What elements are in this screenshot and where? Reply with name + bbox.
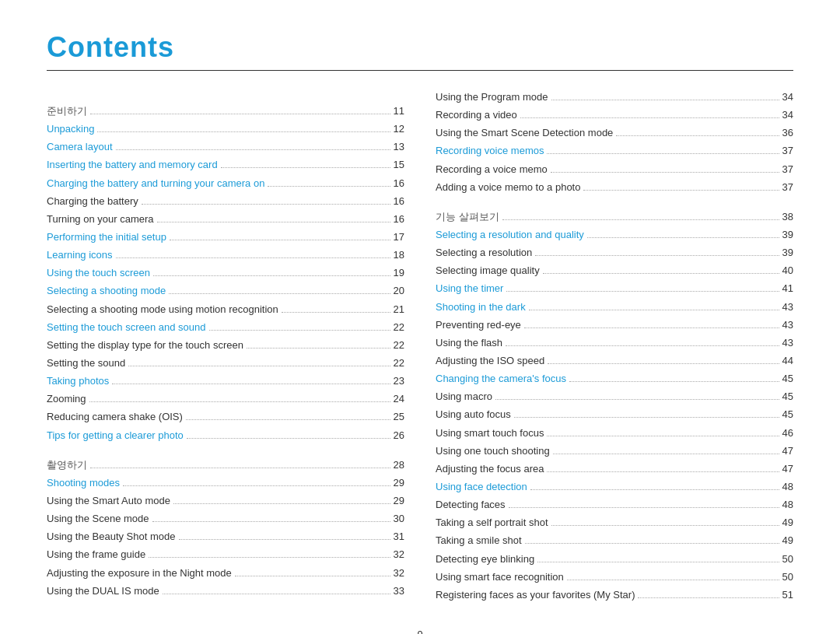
toc-entry-text: Taking photos [47, 373, 109, 389]
toc-entry-text: Learning icons [47, 247, 113, 263]
toc-page-number: 22 [394, 338, 404, 353]
toc-entry-text: Recording a voice memo [436, 162, 548, 177]
toc-page-number: 49 [782, 515, 793, 531]
toc-page-number: 19 [394, 265, 404, 281]
toc-page-number: 50 [782, 569, 793, 585]
toc-entry: Using smart touch focus46 [436, 426, 793, 441]
toc-dots [524, 328, 779, 328]
toc-entry-text: Adjusting the focus area [436, 461, 544, 477]
toc-entry-text: 기능 살펴보기 [436, 209, 499, 225]
toc-dots [547, 436, 779, 436]
page-title: Contents [47, 31, 793, 64]
toc-entry-text: Adding a voice memo to a photo [436, 180, 580, 195]
toc-entry-text: Using face detection [436, 479, 527, 495]
toc-entry-text: Using auto focus [436, 407, 511, 422]
toc-dots [638, 597, 779, 598]
toc-dots [153, 275, 390, 276]
toc-entry: Selecting a shooting mode20 [47, 283, 404, 299]
toc-page-number: 47 [782, 461, 793, 477]
toc-entry: Adjusting the exposure in the Night mode… [47, 566, 404, 581]
toc-page-number: 20 [394, 283, 404, 299]
toc-entry: Inserting the battery and memory card15 [47, 157, 404, 173]
toc-dots [157, 222, 390, 222]
toc-dots [495, 399, 779, 400]
toc-dots [163, 594, 390, 594]
toc-entry: 촬영하기28 [47, 457, 404, 473]
toc-dots [97, 131, 390, 132]
toc-entry-text: Using macro [436, 389, 492, 405]
toc-dots [128, 366, 390, 366]
toc-dots [152, 521, 390, 522]
toc-entry-text: Changing the camera's focus [436, 371, 566, 387]
toc-entry: Turning on your camera16 [47, 212, 404, 227]
toc-page-number: 34 [782, 89, 793, 105]
toc-entry: Using the timer41 [436, 281, 793, 296]
left-column: 준비하기11Unpacking12Camera layout13Insertin… [47, 89, 404, 605]
toc-entry: Taking photos23 [47, 373, 404, 389]
toc-entry-text: Adjusting the ISO speed [436, 353, 544, 369]
toc-entry: Recording voice memos37 [436, 143, 793, 159]
toc-entry: Selecting a shooting mode using motion r… [47, 302, 404, 317]
toc-entry-text: Charging the battery and turning your ca… [47, 176, 264, 191]
toc-page-number: 16 [394, 194, 404, 209]
toc-entry: Selecting image quality40 [436, 263, 793, 278]
toc-entry-text: Using the touch screen [47, 265, 150, 281]
toc-dots [506, 345, 779, 346]
toc-entry: Unpacking12 [47, 121, 404, 137]
toc-dots [547, 153, 779, 154]
toc-dots [551, 100, 779, 100]
toc-entry: 준비하기11 [47, 103, 404, 119]
toc-page-number: 43 [782, 317, 793, 333]
toc-page-number: 45 [782, 389, 793, 405]
toc-entry-text: Using the Smart Auto mode [47, 493, 170, 509]
toc-entry-text: Setting the display type for the touch s… [47, 338, 243, 353]
toc-entry: Setting the sound22 [47, 356, 404, 371]
toc-entry: Learning icons18 [47, 247, 404, 263]
right-column: Using the Program mode34Recording a vide… [436, 89, 793, 605]
toc-entry-text: Using one touch shooting [436, 443, 550, 459]
toc-entry: Taking a self portrait shot49 [436, 515, 793, 531]
toc-dots [282, 312, 390, 313]
toc-dots [514, 417, 779, 418]
toc-page-number: 22 [394, 320, 404, 335]
toc-dots [530, 489, 779, 490]
toc-page-number: 28 [394, 457, 404, 473]
toc-entry: Preventing red-eye43 [436, 317, 793, 333]
toc-columns: 준비하기11Unpacking12Camera layout13Insertin… [47, 89, 793, 605]
toc-entry: Using macro45 [436, 389, 793, 405]
toc-entry: Adjusting the focus area47 [436, 461, 793, 477]
toc-entry: Using one touch shooting47 [436, 443, 793, 459]
toc-entry: Detecting eye blinking50 [436, 552, 793, 567]
toc-entry-text: Detecting faces [436, 497, 506, 513]
toc-page-number: 29 [394, 493, 404, 509]
toc-entry: Setting the touch screen and sound22 [47, 320, 404, 335]
toc-entry-text: Selecting a shooting mode using motion r… [47, 302, 278, 317]
toc-page-number: 45 [782, 371, 793, 387]
toc-entry: Camera layout13 [47, 139, 404, 155]
toc-page-number: 39 [782, 245, 793, 261]
toc-dots [583, 190, 779, 191]
toc-dots [170, 240, 390, 240]
toc-entry: Using the DUAL IS mode33 [47, 583, 404, 599]
toc-page-number: 43 [782, 299, 793, 315]
toc-dots [187, 438, 390, 439]
toc-entry: Using the touch screen19 [47, 265, 404, 281]
toc-entry-text: Recording voice memos [436, 143, 544, 159]
toc-dots [569, 381, 779, 382]
toc-entry: Charging the battery and turning your ca… [47, 176, 404, 191]
toc-entry-text: Using the Beauty Shot mode [47, 529, 176, 545]
toc-entry: Using the Smart Scene Detection mode36 [436, 125, 793, 141]
toc-entry-text: Using the timer [436, 281, 503, 296]
title-divider [47, 70, 793, 71]
toc-entry: Using the Beauty Shot mode31 [47, 529, 404, 545]
toc-entry-text: Selecting a shooting mode [47, 283, 166, 299]
toc-dots [535, 255, 779, 256]
toc-page-number: 43 [782, 335, 793, 351]
toc-entry: Registering faces as your favorites (My … [436, 587, 793, 603]
toc-dots [116, 149, 390, 150]
toc-entry-text: Setting the touch screen and sound [47, 320, 206, 335]
toc-entry: Tips for getting a clearer photo26 [47, 428, 404, 443]
toc-page-number: 34 [782, 107, 793, 123]
toc-entry-text: Using smart touch focus [436, 426, 544, 441]
toc-page-number: 40 [782, 263, 793, 278]
